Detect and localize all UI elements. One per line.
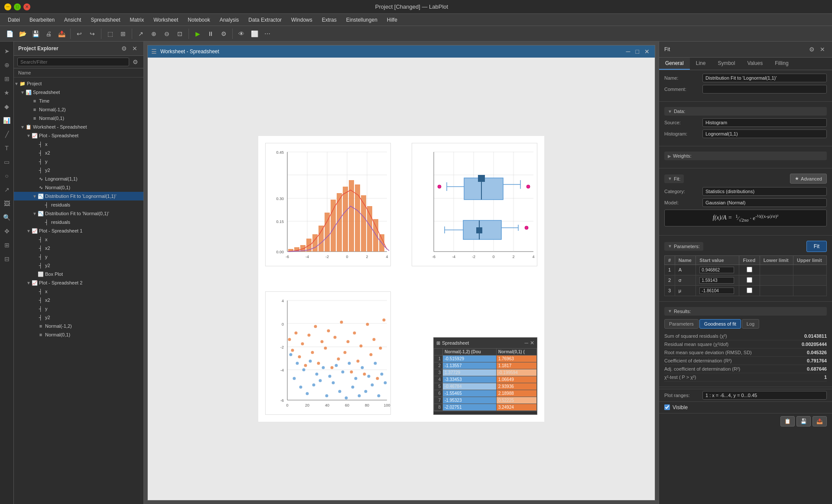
undo-button[interactable]: ↩ (73, 28, 85, 40)
tree-expand-worksheet-spreadsheet[interactable]: ▼ (20, 124, 25, 129)
sidebar-icon-diamond[interactable]: ◆ (1, 100, 13, 113)
sidebar-icon-star[interactable]: ★ (1, 87, 13, 99)
tab-values[interactable]: Values (741, 58, 769, 70)
results-tab-params[interactable]: Parameters (664, 319, 699, 329)
sidebar-icon-plus[interactable]: ⊞ (1, 239, 13, 251)
tree-item-plot-spreadsheet2[interactable]: ▼📈Plot - Spreadsheet 2 (14, 278, 143, 287)
histogram-select[interactable]: Lognormal(1,1) (702, 129, 827, 138)
sidebar-icon-box[interactable]: ▭ (1, 156, 13, 168)
settings-button[interactable]: ⚙ (218, 28, 230, 40)
ss-col2-val[interactable]: 1.1817 (496, 362, 536, 369)
category-select[interactable]: Statistics (distributions) (702, 187, 827, 196)
select-button[interactable]: ⬚ (104, 28, 116, 40)
fit-close-button[interactable]: ✕ (818, 45, 827, 54)
ss-col2-val[interactable]: 3.24924 (496, 404, 536, 411)
close-button[interactable]: ✕ (23, 3, 30, 10)
menu-item-datei[interactable]: Datei (3, 16, 24, 24)
tree-item-normal-1-2b[interactable]: ≡Normal(-1,2) (14, 322, 143, 330)
ss-col1-val[interactable]: -0.46784 (443, 383, 497, 390)
tree-item-normal-0-1[interactable]: ≡Normal(0,1) (14, 114, 143, 123)
maximize-button[interactable]: □ (14, 3, 21, 10)
sidebar-icon-text[interactable]: T (1, 142, 13, 154)
advanced-button[interactable]: ★ Advanced (790, 174, 827, 184)
ss-col1-val[interactable]: -1.55465 (443, 390, 497, 397)
menu-item-windows[interactable]: Windows (287, 16, 317, 24)
tree-item-x[interactable]: ┤x (14, 140, 143, 149)
tree-item-y6[interactable]: ┤y2 (14, 313, 143, 322)
name-input[interactable] (702, 74, 827, 82)
sidebar-icon-arrow2[interactable]: ↗ (1, 184, 13, 196)
results-header[interactable]: ▼ Results: (664, 307, 827, 316)
tree-expand-plot-spreadsheet[interactable]: ▼ (26, 133, 31, 138)
zoom-out-button[interactable]: ⊖ (161, 28, 173, 40)
param-start-val[interactable] (696, 285, 739, 296)
tree-item-dist-normal[interactable]: ▼📉Distribution Fit to 'Normal(0,1)' (14, 209, 143, 218)
tree-item-x6[interactable]: ┤x2 (14, 296, 143, 304)
param-upper[interactable] (793, 275, 827, 285)
comment-input[interactable] (702, 85, 827, 94)
tree-expand-dist-lognormal[interactable]: ▼ (32, 194, 37, 199)
ss-col2-val[interactable]: -0.199594 (496, 369, 536, 376)
menu-item-einstellungen[interactable]: Einstellungen (342, 16, 382, 24)
export-btn-2[interactable]: 💾 (796, 416, 811, 426)
tree-item-y5[interactable]: ┤y (14, 304, 143, 313)
tab-filling[interactable]: Filling (769, 58, 794, 70)
sidebar-icon-move[interactable]: ✥ (1, 225, 13, 237)
ss-col1-val[interactable]: -0.515929 (443, 355, 497, 362)
param-fixed[interactable] (739, 285, 760, 296)
worksheet-close-button[interactable]: ✕ (643, 47, 651, 56)
param-upper[interactable] (793, 265, 827, 275)
tree-item-normal01[interactable]: ∿Normal(0,1) (14, 183, 143, 192)
menu-item-hilfe[interactable]: Hilfe (383, 16, 402, 24)
tree-item-y2[interactable]: ┤y2 (14, 166, 143, 174)
sidebar-icon-arrow[interactable]: ➤ (1, 45, 13, 57)
search-filter-button[interactable]: ⚙ (131, 58, 140, 66)
fit-section-header[interactable]: ▼ Fit: (664, 174, 684, 183)
menu-item-extras[interactable]: Extras (318, 16, 341, 24)
plot-ranges-select[interactable]: 1 : x = -6...4, y = 0...0.45 (702, 391, 827, 400)
tree-item-dist-lognormal[interactable]: ▼📉Distribution Fit to 'Lognormal(1,1)' (14, 192, 143, 200)
param-start-val[interactable] (696, 275, 739, 285)
menu-item-analysis[interactable]: Analysis (215, 16, 244, 24)
sidebar-icon-zoom[interactable]: 🔍 (1, 211, 13, 223)
param-lower[interactable] (760, 265, 793, 275)
tree-item-x3[interactable]: ┤x (14, 235, 143, 244)
ss-col1-val[interactable]: 1.37729 (443, 369, 497, 376)
view-button[interactable]: 👁 (235, 28, 247, 40)
sidebar-icon-minus[interactable]: ⊟ (1, 253, 13, 265)
tree-expand-plot-spreadsheet1[interactable]: ▼ (26, 228, 31, 233)
source-select[interactable]: Histogram (702, 118, 827, 127)
panel-button[interactable]: ⬜ (248, 28, 260, 40)
param-lower[interactable] (760, 285, 793, 296)
tree-expand-dist-normal[interactable]: ▼ (32, 211, 37, 216)
ss-col2-val[interactable]: 1.76963 (496, 355, 536, 362)
menu-item-bearbeiten[interactable]: Bearbeiten (25, 16, 59, 24)
export-btn-3[interactable]: 📤 (812, 416, 827, 426)
menu-item-notebook[interactable]: Notebook (183, 16, 214, 24)
tree-item-plot-spreadsheet1[interactable]: ▼📈Plot - Spreadsheet 1 (14, 226, 143, 235)
ss-close-button[interactable]: ✕ (530, 340, 534, 346)
ss-col1-val[interactable]: -2.02751 (443, 404, 497, 411)
tree-item-normal-0-1b[interactable]: ≡Normal(0,1) (14, 330, 143, 339)
tree-item-plot-spreadsheet[interactable]: ▼📈Plot - Spreadsheet (14, 131, 143, 140)
results-tab-log[interactable]: Log (742, 319, 759, 329)
search-input[interactable] (17, 58, 129, 66)
save-button[interactable]: 💾 (29, 28, 42, 40)
weights-header[interactable]: ▶ Weights: (664, 152, 827, 160)
tree-item-normal-1-2[interactable]: ≡Normal(-1,2) (14, 105, 143, 114)
menu-item-worksheet[interactable]: Worksheet (149, 16, 182, 24)
ss-col2-val[interactable]: 2.93936 (496, 383, 536, 390)
ss-col1-val[interactable]: -1.95323 (443, 397, 497, 404)
param-upper[interactable] (793, 285, 827, 296)
worksheet-min-button[interactable]: ─ (624, 47, 632, 56)
print-button[interactable]: 🖨 (42, 28, 55, 40)
menu-item-spreadsheet[interactable]: Spreadsheet (86, 16, 124, 24)
sidebar-icon-circle[interactable]: ○ (1, 170, 13, 182)
fit-settings-button[interactable]: ⚙ (807, 45, 816, 54)
more-button[interactable]: ⋯ (261, 28, 273, 40)
tree-item-project[interactable]: ▼📁Project (14, 79, 143, 88)
fit-button[interactable]: ⊡ (174, 28, 186, 40)
sidebar-icon-chart[interactable]: 📊 (1, 114, 13, 126)
zoom-in-button[interactable]: ⊕ (148, 28, 160, 40)
ss-col2-val[interactable]: 0.52225 (496, 397, 536, 404)
